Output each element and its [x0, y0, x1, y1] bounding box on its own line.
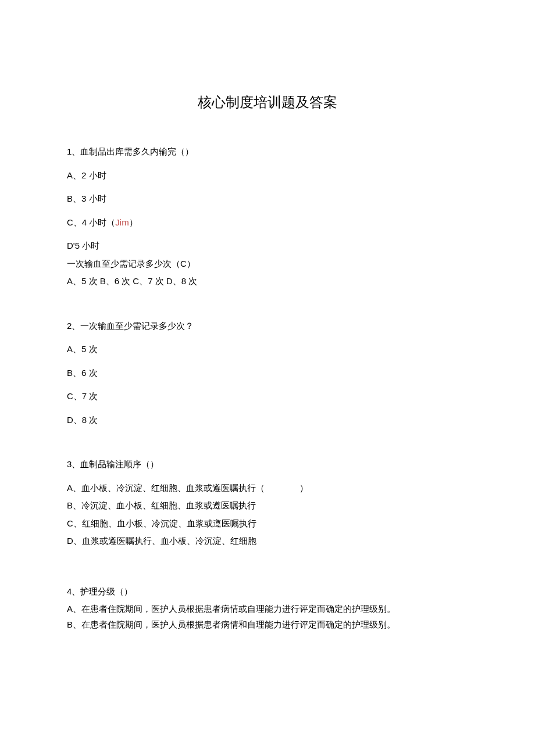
- q1-option-c-prefix: C、4 小时（: [67, 217, 115, 227]
- q3-option-a: A、血小板、冷沉淀、红细胞、血浆或遵医嘱执行（ ）: [67, 482, 468, 495]
- q4-option-b: B、在患者住院期间，医护人员根据患者病情和自理能力进行评定而确定的护理级别。: [67, 618, 468, 632]
- q1-option-c-suffix: ）: [129, 217, 138, 227]
- q2-option-c: C、7 次: [67, 390, 468, 403]
- q2-option-d: D、8 次: [67, 414, 468, 427]
- q2-option-b: B、6 次: [67, 367, 468, 380]
- q3-prompt: 3、血制品输注顺序（）: [67, 458, 468, 471]
- q3-option-c: C、红细胞、血小板、冷沉淀、血浆或遵医嘱执行: [67, 517, 468, 531]
- document-page: 核心制度培训题及答案 1、血制品出库需多久内输完（） A、2 小时 B、3 小时…: [0, 0, 535, 631]
- q3-option-d: D、血浆或遵医嘱执行、血小板、冷沉淀、红细胞: [67, 535, 468, 548]
- q1-extra-prompt: 一次输血至少需记录多少次（C）: [67, 257, 468, 271]
- question-4: 4、护理分级（） A、在患者住院期间，医护人员根据患者病情或自理能力进行评定而确…: [67, 585, 468, 632]
- q4-prompt: 4、护理分级（）: [67, 585, 468, 599]
- q1-prompt: 1、血制品出库需多久内输完（）: [67, 145, 468, 159]
- q3-option-b: B、冷沉淀、血小板、红细胞、血浆或遵医嘱执行: [67, 499, 468, 513]
- document-title: 核心制度培训题及答案: [67, 93, 468, 112]
- q1-option-c-jim: Jim: [115, 217, 129, 227]
- q1-option-d: D'5 小时: [67, 239, 468, 253]
- question-3: 3、血制品输注顺序（） A、血小板、冷沉淀、红细胞、血浆或遵医嘱执行（ ） B、…: [67, 458, 468, 548]
- q1-option-a: A、2 小时: [67, 169, 468, 182]
- q1-option-b: B、3 小时: [67, 192, 468, 206]
- q1-extra-options: A、5 次 B、6 次 C、7 次 D、8 次: [67, 275, 468, 288]
- q1-option-c: C、4 小时（Jim）: [67, 216, 468, 230]
- q2-option-a: A、5 次: [67, 343, 468, 356]
- q2-prompt: 2、一次输血至少需记录多少次？: [67, 320, 468, 333]
- q4-option-a: A、在患者住院期间，医护人员根据患者病情或自理能力进行评定而确定的护理级别。: [67, 603, 468, 616]
- question-1: 1、血制品出库需多久内输完（） A、2 小时 B、3 小时 C、4 小时（Jim…: [67, 145, 468, 288]
- question-2: 2、一次输血至少需记录多少次？ A、5 次 B、6 次 C、7 次 D、8 次: [67, 320, 468, 427]
